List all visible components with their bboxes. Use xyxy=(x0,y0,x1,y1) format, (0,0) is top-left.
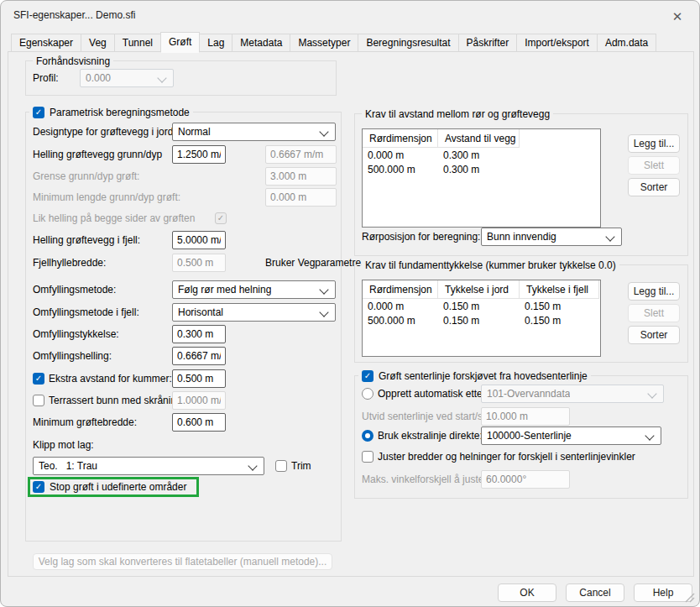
ekstra-avstand-label: Ekstra avstand for kummer: xyxy=(49,373,172,385)
omfyllingstykkelse-label: Omfyllingstykkelse: xyxy=(33,328,172,340)
auto-datatype-value: 101-Overvanndata xyxy=(487,388,570,400)
rorposisjon-combobox[interactable]: Bunn innvendig xyxy=(481,228,622,246)
trim-checkbox[interactable] xyxy=(275,460,287,472)
chevron-down-icon xyxy=(319,307,328,317)
min-bredde-input[interactable] xyxy=(172,413,226,432)
avstand-sort-button[interactable]: Sorter xyxy=(628,178,680,196)
cell-tykkelse-jord: 0.150 m xyxy=(438,315,520,327)
tab-groft[interactable]: Grøft xyxy=(160,32,200,53)
column-header[interactable]: Rørdimensjon xyxy=(363,129,438,148)
fundament-add-button[interactable]: Legg til... xyxy=(628,282,680,301)
column-header[interactable]: Tykkelse i jord xyxy=(438,280,520,299)
designtype-row: Designtype for grøftevegg i jord: Normal xyxy=(33,123,336,141)
helling-fjell-row: Helling grøftevegg i fjell: xyxy=(33,231,336,249)
omfyllingstykkelse-input[interactable] xyxy=(172,325,226,343)
ekstralinje-value: 100000-Senterlinje xyxy=(487,430,572,442)
tab-beregningsresultat[interactable]: Beregningsresultat xyxy=(358,34,458,52)
avstand-table[interactable]: Rørdimensjon Avstand til vegg 0.000 m 0.… xyxy=(362,128,601,228)
column-header[interactable]: Rørdimensjon xyxy=(363,280,438,299)
omfyllingshelling-input[interactable] xyxy=(172,347,226,365)
omfylling-fjell-combobox[interactable]: Horisontal xyxy=(172,303,336,322)
tab-tunnel[interactable]: Tunnel xyxy=(114,34,161,52)
maks-vinkel-input xyxy=(481,470,570,489)
stop-groft-checkbox[interactable]: ✓ xyxy=(33,481,44,493)
klipp-row: Teo. 1: Trau Trim xyxy=(33,457,336,475)
fjellhylle-controls: Bruker Vegparametre xyxy=(172,254,337,272)
convert-layers-button: Velg lag som skal konverteres til flatet… xyxy=(33,553,332,570)
tab-metadata[interactable]: Metadata xyxy=(232,34,290,52)
convert-layers-label: Velg lag som skal konverteres til flatet… xyxy=(39,556,327,568)
helling-grunn-row: Helling grøftevegg grunn/dyp xyxy=(33,145,336,164)
klipp-value: Teo. 1: Trau xyxy=(39,460,97,472)
omfyllingstykkelse-controls xyxy=(172,325,337,343)
parametrisk-checkbox[interactable]: ✓ xyxy=(33,107,44,118)
ekstralinje-label: Bruk ekstralinje direkte: xyxy=(378,430,483,442)
column-header[interactable]: Avstand til vegg xyxy=(438,129,520,148)
juster-checkbox[interactable] xyxy=(362,451,374,463)
resize-grip[interactable] xyxy=(683,591,695,603)
helling-grunn-input[interactable] xyxy=(172,145,226,164)
chevron-down-icon xyxy=(319,285,328,294)
trim-label: Trim xyxy=(291,460,311,472)
senterlinje-group-label: Grøft senterlinje forskjøvet fra hovedse… xyxy=(379,370,588,382)
preview-group-label: Forhåndsvisning xyxy=(36,55,110,67)
helling-fjell-controls xyxy=(172,231,337,249)
klipp-combobox[interactable]: Teo. 1: Trau xyxy=(33,457,264,475)
auto-datatype-radio[interactable] xyxy=(362,388,374,400)
min-lengde-controls xyxy=(172,188,337,207)
ekstra-avstand-input[interactable] xyxy=(172,369,226,388)
cell-avstand: 0.300 m xyxy=(438,164,520,175)
senterlinje-checkbox[interactable]: ✓ xyxy=(362,370,374,382)
table-row[interactable]: 500.000 m 0.150 m 0.150 m xyxy=(363,313,600,327)
terrassert-input xyxy=(172,391,226,410)
ekstra-avstand-checkbox[interactable]: ✓ xyxy=(33,373,44,385)
fundament-sort-button[interactable]: Sorter xyxy=(628,326,680,344)
helling-fjell-input[interactable] xyxy=(172,231,226,249)
ekstralinje-combobox[interactable]: 100000-Senterlinje xyxy=(481,426,661,445)
designtype-combobox[interactable]: Normal xyxy=(172,123,336,141)
close-icon[interactable]: ✕ xyxy=(667,7,687,27)
fjellhylle-input xyxy=(172,254,226,272)
tab-lag[interactable]: Lag xyxy=(199,34,232,52)
min-bredde-row: Minimum grøftebredde: xyxy=(33,413,336,432)
terrassert-checkbox[interactable] xyxy=(33,395,44,406)
fundament-group-title: Krav til fundamenttykkelse (kummer bruke… xyxy=(362,259,619,272)
fjellhylle-label: Fjellhyllebredde: xyxy=(33,257,172,269)
table-row[interactable]: 500.000 m 0.300 m xyxy=(363,162,600,176)
omfyllingsmetode-value: Følg rør med helning xyxy=(178,284,271,296)
stop-groft-highlight: ✓ Stop grøft i udefinerte områder xyxy=(28,477,199,497)
titlebar: SFI-egenskaper... Demo.sfi ✕ xyxy=(1,1,699,34)
omfyllingsmetode-combobox[interactable]: Følg rør med helning xyxy=(172,280,336,299)
tab-paskrifter[interactable]: Påskrifter xyxy=(458,34,518,52)
rorposisjon-value: Bunn innvendig xyxy=(487,231,556,243)
omfylling-fjell-label: Omfyllingsmetode i fjell: xyxy=(33,306,172,318)
chevron-down-icon xyxy=(248,461,257,470)
omfyllingshelling-controls xyxy=(172,347,337,365)
avstand-add-button[interactable]: Legg til... xyxy=(628,134,680,153)
profil-value: 0.000 xyxy=(86,72,111,84)
tab-import-eksport[interactable]: Import/eksport xyxy=(516,34,598,52)
tab-egenskaper[interactable]: Egenskaper xyxy=(11,34,81,52)
check-icon: ✓ xyxy=(35,483,42,491)
parametric-rows: Designtype for grøftevegg i jord: Normal… xyxy=(33,123,336,497)
grense-label: Grense grunn/dyp grøft: xyxy=(33,170,172,182)
fundament-table[interactable]: Rørdimensjon Tykkelse i jord Tykkelse i … xyxy=(362,280,601,357)
cell-rordimensjon: 0.000 m xyxy=(363,301,438,312)
cancel-button[interactable]: Cancel xyxy=(566,583,624,602)
omfyllingshelling-label: Omfyllingshelling: xyxy=(33,350,172,362)
fundament-group-label: Krav til fundamenttykkelse (kummer bruke… xyxy=(365,259,616,271)
stop-groft-label: Stop grøft i udefinerte områder xyxy=(50,481,186,493)
tab-massetyper[interactable]: Massetyper xyxy=(290,34,358,52)
table-row[interactable]: 0.000 m 0.150 m 0.150 m xyxy=(363,299,600,313)
utvid-label: Utvid senterlinje ved start/slutt: xyxy=(362,411,499,422)
ekstralinje-radio[interactable] xyxy=(362,430,374,442)
ok-button-label: OK xyxy=(520,587,534,599)
ok-button[interactable]: OK xyxy=(498,583,556,602)
tab-adm-data[interactable]: Adm.data xyxy=(597,34,656,52)
column-header[interactable]: Tykkelse i fjell xyxy=(520,280,599,299)
helling-fjell-label: Helling grøftevegg i fjell: xyxy=(33,234,172,246)
tab-veg[interactable]: Veg xyxy=(81,34,115,52)
table-row[interactable]: 0.000 m 0.300 m xyxy=(363,148,600,162)
min-lengde-input xyxy=(265,188,337,207)
help-button-label: Help xyxy=(653,587,674,599)
